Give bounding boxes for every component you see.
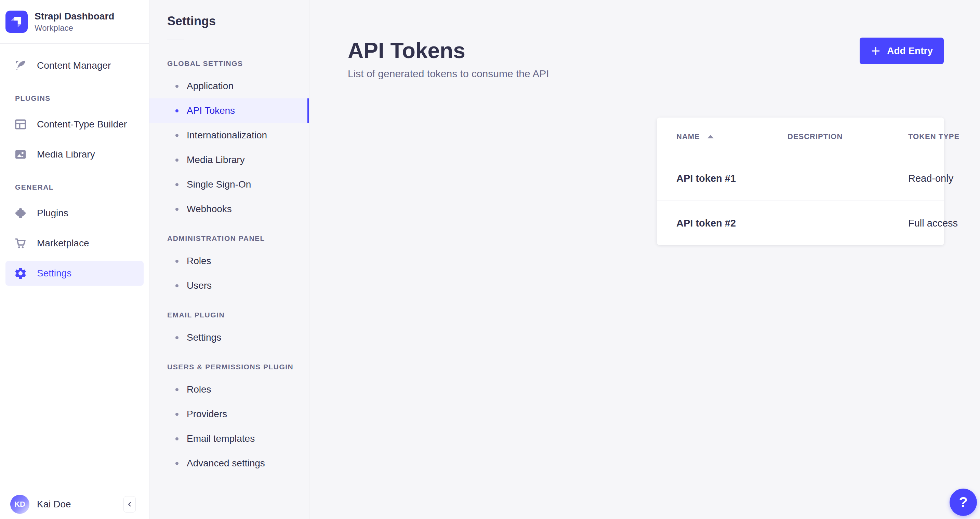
subnav-title: Settings <box>167 15 309 27</box>
avatar: KD <box>10 495 29 514</box>
subnav-item-providers[interactable]: Providers <box>150 402 309 426</box>
sort-ascending-icon[interactable] <box>708 135 714 138</box>
user-name: Kai Doe <box>37 499 116 510</box>
sidebar-item-content-type-builder[interactable]: Content-Type Builder <box>5 112 144 136</box>
sidebar-user-footer: KD Kai Doe <box>0 489 149 519</box>
subnav-item-label: Email templates <box>187 433 255 444</box>
api-tokens-table: Name Description Token type Created at A… <box>657 117 944 245</box>
subnav-section-email-plugin: EMAIL PLUGIN <box>167 311 309 319</box>
subnav-item-label: Users <box>187 280 212 291</box>
subnav-item-label: Roles <box>187 256 211 267</box>
add-entry-button[interactable]: Add Entry <box>860 38 944 64</box>
token-type: Full access <box>908 217 980 229</box>
bullet-icon <box>175 413 178 416</box>
image-icon <box>14 148 27 161</box>
bullet-icon <box>175 110 178 113</box>
bullet-icon <box>175 183 178 186</box>
subnav-item-single-sign-on[interactable]: Single Sign-On <box>150 172 309 197</box>
table-row[interactable]: API token #1 Read-only 5 minutes ago <box>657 156 944 200</box>
sidebar-item-label: Marketplace <box>37 238 89 249</box>
cart-icon <box>14 236 27 250</box>
subnav-item-label: API Tokens <box>187 105 235 116</box>
sidebar-item-label: Plugins <box>37 208 68 219</box>
bullet-icon <box>175 336 178 339</box>
main-content: API Tokens List of generated tokens to c… <box>309 0 980 519</box>
sidebar-item-label: Settings <box>37 268 72 279</box>
token-type: Read-only <box>908 173 980 184</box>
question-mark-icon: ? <box>959 494 968 511</box>
subnav-item-label: Webhooks <box>187 204 232 214</box>
subnav-item-internationalization[interactable]: Internationalization <box>150 123 309 148</box>
puzzle-icon <box>14 206 27 220</box>
bullet-icon <box>175 462 178 465</box>
subnav-item-roles-admin[interactable]: Roles <box>150 249 309 273</box>
subnav-item-media-library[interactable]: Media Library <box>150 148 309 172</box>
table-header-row: Name Description Token type Created at <box>657 117 944 156</box>
column-header-token-type: Token type <box>908 132 980 141</box>
subnav-item-application[interactable]: Application <box>150 74 309 98</box>
gear-icon <box>14 267 27 280</box>
sidebar-item-label: Content-Type Builder <box>37 119 127 130</box>
subnav-item-label: Application <box>187 81 234 92</box>
column-header-description: Description <box>788 132 908 141</box>
sidebar-item-marketplace[interactable]: Marketplace <box>5 231 144 256</box>
sidebar-section-plugins: PLUGINS <box>15 94 149 103</box>
sidebar-item-media-library[interactable]: Media Library <box>5 142 144 167</box>
main-sidebar: Strapi Dashboard Workplace Content Manag… <box>0 0 150 519</box>
table-row[interactable]: API token #2 Full access 2 seconds ago <box>657 200 944 245</box>
strapi-logo-icon <box>5 11 28 33</box>
column-header-name: Name <box>676 132 788 141</box>
bullet-icon <box>175 260 178 263</box>
collapse-sidebar-button[interactable] <box>123 496 136 513</box>
subnav-item-api-tokens[interactable]: API Tokens <box>150 98 309 123</box>
subnav-section-administration-panel: ADMINISTRATION PANEL <box>167 234 309 243</box>
token-name: API token #2 <box>676 217 788 229</box>
brand-title: Strapi Dashboard <box>35 10 114 22</box>
subnav-item-email-settings[interactable]: Settings <box>150 325 309 350</box>
add-entry-label: Add Entry <box>887 46 933 56</box>
bullet-icon <box>175 134 178 137</box>
sidebar-item-label: Content Manager <box>37 60 111 71</box>
settings-subnav: Settings GLOBAL SETTINGS Application API… <box>150 0 309 519</box>
page-subtitle: List of generated tokens to consume the … <box>348 68 980 79</box>
subnav-item-roles-up[interactable]: Roles <box>150 377 309 402</box>
plus-icon <box>870 46 881 56</box>
sidebar-item-content-manager[interactable]: Content Manager <box>5 53 144 78</box>
subnav-item-label: Advanced settings <box>187 458 265 469</box>
subnav-item-label: Internationalization <box>187 130 267 141</box>
subnav-section-users-permissions-plugin: USERS & PERMISSIONS PLUGIN <box>167 363 309 371</box>
subnav-item-advanced-settings[interactable]: Advanced settings <box>150 451 309 476</box>
brand-subtitle: Workplace <box>35 23 114 33</box>
token-name: API token #1 <box>676 173 788 184</box>
bullet-icon <box>175 388 178 391</box>
subnav-item-label: Single Sign-On <box>187 179 251 190</box>
bullet-icon <box>175 85 178 88</box>
subnav-item-label: Settings <box>187 332 221 343</box>
subnav-item-users[interactable]: Users <box>150 273 309 298</box>
feather-icon <box>14 59 27 73</box>
subnav-item-label: Media Library <box>187 154 245 165</box>
subnav-item-email-templates[interactable]: Email templates <box>150 426 309 451</box>
subnav-item-label: Roles <box>187 384 211 395</box>
subnav-item-webhooks[interactable]: Webhooks <box>150 197 309 221</box>
bullet-icon <box>175 437 178 440</box>
sidebar-item-settings[interactable]: Settings <box>5 261 144 286</box>
subnav-item-label: Providers <box>187 409 227 420</box>
sidebar-section-general: GENERAL <box>15 183 149 191</box>
brand-text: Strapi Dashboard Workplace <box>35 10 114 33</box>
bullet-icon <box>175 284 178 287</box>
layout-grid-icon <box>14 117 27 131</box>
divider <box>167 40 184 40</box>
sidebar-item-plugins[interactable]: Plugins <box>5 201 144 225</box>
chevron-left-icon <box>126 500 134 508</box>
help-button[interactable]: ? <box>950 489 977 516</box>
sidebar-nav: Content Manager PLUGINS Content-Type Bui… <box>0 44 149 489</box>
subnav-section-global-settings: GLOBAL SETTINGS <box>167 59 309 68</box>
bullet-icon <box>175 208 178 211</box>
sidebar-item-label: Media Library <box>37 149 95 160</box>
brand-header: Strapi Dashboard Workplace <box>0 0 149 44</box>
bullet-icon <box>175 159 178 162</box>
